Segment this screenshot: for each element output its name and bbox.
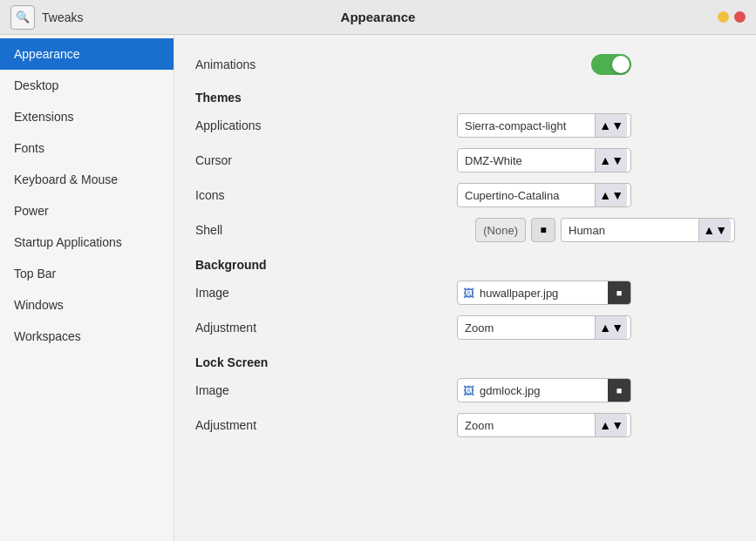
background-adjustment-control: Zoom ▲ ▼ (387, 315, 631, 340)
lockscreen-image-control: 🖼 gdmlock.jpg ■ (387, 378, 631, 402)
lockscreen-adjustment-label: Adjustment (195, 418, 387, 432)
background-image-control: 🖼 huwallpaper.jpg ■ (387, 281, 631, 305)
background-adjustment-row: Adjustment Zoom ▲ ▼ (195, 310, 735, 345)
sidebar: Appearance Desktop Extensions Fonts Keyb… (0, 35, 174, 541)
shell-label: Shell (195, 223, 387, 237)
lockscreen-adjustment-control: Zoom ▲ ▼ (387, 413, 631, 437)
sidebar-item-fonts[interactable]: Fonts (0, 132, 174, 164)
chevron-down-icon: ▼ (611, 188, 623, 202)
cursor-row: Cursor DMZ-White ▲ ▼ (195, 143, 735, 178)
lockscreen-adjustment-row: Adjustment Zoom ▲ ▼ (195, 408, 735, 443)
applications-row: Applications Sierra-compact-light ▲ ▼ (195, 108, 735, 143)
background-image-value: huwallpaper.jpg (480, 287, 608, 300)
sidebar-item-keyboard-mouse[interactable]: Keyboard & Mouse (0, 164, 174, 195)
sidebar-item-appearance[interactable]: Appearance (0, 38, 174, 70)
chevron-down-icon: ▼ (611, 153, 623, 167)
lockscreen-header: Lock Screen (195, 345, 735, 373)
background-header: Background (195, 247, 735, 275)
cursor-value: DMZ-White (465, 154, 595, 167)
cursor-dropdown-btn[interactable]: ▲ ▼ (595, 149, 627, 172)
sidebar-item-power[interactable]: Power (0, 195, 174, 227)
chevron-down-icon: ▼ (715, 223, 727, 237)
chevron-up-icon: ▲ (599, 153, 611, 167)
background-adjustment-dropdown-btn[interactable]: ▲ ▼ (595, 316, 627, 339)
animations-label: Animations (195, 57, 387, 71)
lockscreen-image-row: Image 🖼 gdmlock.jpg ■ (195, 373, 735, 408)
lockscreen-adjustment-dropdown[interactable]: Zoom ▲ ▼ (457, 413, 631, 437)
lockscreen-adjustment-value: Zoom (465, 419, 595, 432)
applications-dropdown-btn[interactable]: ▲ ▼ (595, 114, 627, 137)
lockscreen-image-value: gdmlock.jpg (480, 384, 608, 397)
content-area: Animations Themes Applications Sierra-co… (174, 35, 756, 541)
sidebar-item-desktop[interactable]: Desktop (0, 70, 174, 101)
titlebar: 🔍 Tweaks Appearance (0, 0, 756, 35)
shell-dropdown-btn[interactable]: ▲ ▼ (698, 219, 731, 241)
sidebar-item-top-bar[interactable]: Top Bar (0, 258, 174, 289)
lockscreen-image-label: Image (195, 383, 387, 397)
window-title: Appearance (341, 10, 416, 24)
window-controls (718, 11, 746, 23)
applications-control: Sierra-compact-light ▲ ▼ (387, 113, 631, 138)
folder-icon: ■ (616, 385, 623, 396)
background-image-label: Image (195, 286, 387, 300)
chevron-down-icon: ▼ (611, 118, 623, 132)
animations-control (387, 54, 631, 75)
background-image-browse-btn[interactable]: ■ (608, 281, 630, 304)
lockscreen-image-file[interactable]: 🖼 gdmlock.jpg ■ (457, 378, 631, 402)
file-icon: 🖼 (458, 384, 480, 397)
background-adjustment-dropdown[interactable]: Zoom ▲ ▼ (457, 315, 631, 340)
file-icon: 🖼 (458, 287, 480, 300)
search-button[interactable]: 🔍 (10, 5, 35, 30)
background-adjustment-value: Zoom (465, 321, 595, 335)
shell-control: (None) ■ Human ▲ ▼ (387, 218, 735, 242)
cursor-control: DMZ-White ▲ ▼ (387, 148, 631, 172)
background-image-row: Image 🖼 huwallpaper.jpg ■ (195, 275, 735, 310)
lockscreen-image-browse-btn[interactable]: ■ (608, 379, 630, 402)
chevron-up-icon: ▲ (599, 188, 611, 202)
icons-dropdown[interactable]: Cupertino-Catalina ▲ ▼ (457, 183, 631, 207)
shell-value: Human (569, 224, 698, 237)
chevron-up-icon: ▲ (703, 223, 715, 237)
yellow-control[interactable] (718, 11, 729, 23)
animations-toggle[interactable] (591, 54, 631, 75)
chevron-up-icon: ▲ (599, 321, 611, 335)
shell-row: Shell (None) ■ Human ▲ ▼ (195, 213, 735, 247)
background-adjustment-label: Adjustment (195, 321, 387, 335)
icons-label: Icons (195, 188, 387, 202)
shell-extra-button[interactable]: ■ (531, 218, 555, 242)
shell-none-badge: (None) (475, 218, 526, 242)
sidebar-item-startup-applications[interactable]: Startup Applications (0, 227, 174, 258)
chevron-down-icon: ▼ (611, 321, 623, 335)
folder-icon: ■ (616, 287, 623, 298)
applications-label: Applications (195, 118, 387, 132)
icons-row: Icons Cupertino-Catalina ▲ ▼ (195, 178, 735, 213)
cursor-dropdown[interactable]: DMZ-White ▲ ▼ (457, 148, 631, 172)
themes-header: Themes (195, 80, 735, 108)
background-image-file[interactable]: 🖼 huwallpaper.jpg ■ (457, 281, 631, 305)
chevron-up-icon: ▲ (599, 118, 611, 132)
icons-dropdown-btn[interactable]: ▲ ▼ (595, 184, 627, 206)
red-control[interactable] (734, 11, 746, 23)
sidebar-item-windows[interactable]: Windows (0, 289, 174, 321)
main-layout: Appearance Desktop Extensions Fonts Keyb… (0, 35, 756, 541)
applications-dropdown[interactable]: Sierra-compact-light ▲ ▼ (457, 113, 631, 138)
cursor-label: Cursor (195, 153, 387, 167)
applications-value: Sierra-compact-light (465, 119, 595, 132)
toggle-knob (612, 56, 630, 73)
shell-dropdown[interactable]: Human ▲ ▼ (561, 218, 735, 242)
chevron-up-icon: ▲ (599, 418, 611, 432)
sidebar-item-extensions[interactable]: Extensions (0, 101, 174, 132)
animations-row: Animations (195, 49, 735, 80)
app-name: Tweaks (42, 10, 83, 24)
sidebar-item-workspaces[interactable]: Workspaces (0, 321, 174, 352)
lockscreen-adjustment-dropdown-btn[interactable]: ▲ ▼ (595, 414, 627, 436)
icons-value: Cupertino-Catalina (465, 189, 595, 202)
icons-control: Cupertino-Catalina ▲ ▼ (387, 183, 631, 207)
chevron-down-icon: ▼ (611, 418, 623, 432)
